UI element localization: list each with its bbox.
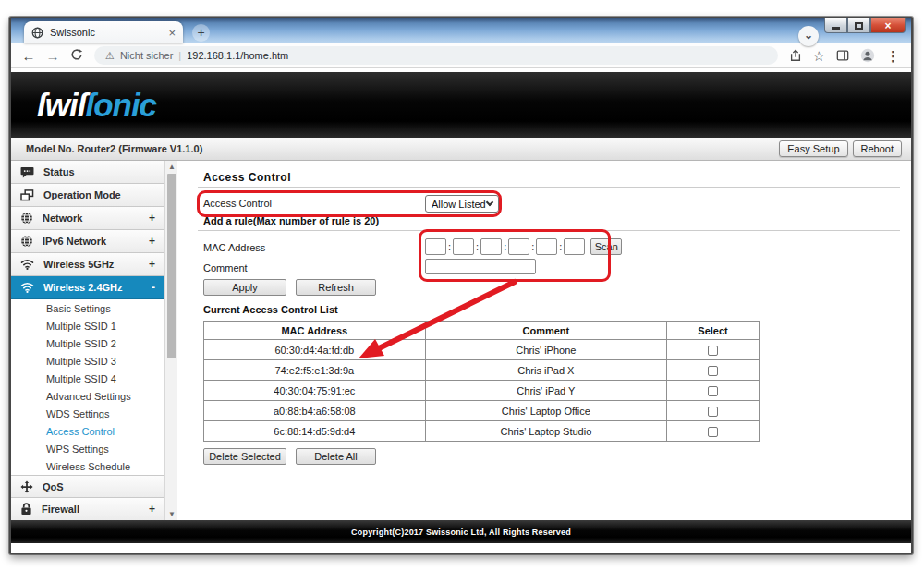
select-checkbox[interactable] [708, 407, 718, 417]
qos-icon [20, 480, 33, 493]
page-footer: Copyright(C)2017 Swissonic Ltd, All Righ… [11, 520, 911, 543]
sidebar-subitem-advanced-settings[interactable]: Advanced Settings [11, 387, 164, 405]
delete-selected-button[interactable]: Delete Selected [203, 448, 286, 465]
sidebar-subitem-wps-settings[interactable]: WPS Settings [11, 440, 164, 457]
list-heading: Current Access Control List [203, 304, 338, 315]
maximize-button[interactable] [847, 18, 870, 33]
mac-address-inputs: : : : : : Scan [425, 238, 622, 255]
select-checkbox[interactable] [708, 366, 718, 376]
favicon-globe-icon [31, 27, 43, 39]
tab-search-button[interactable]: ⌄ [798, 26, 819, 46]
access-control-select[interactable]: Allow Listed [425, 195, 499, 213]
sidebar-item-network[interactable]: Network + [11, 207, 164, 230]
reboot-button[interactable]: Reboot [853, 140, 902, 157]
sidebar-item-status[interactable]: Status [11, 161, 164, 184]
back-button[interactable]: ← [18, 49, 39, 63]
not-secure-warning-icon[interactable]: ⚠ [105, 51, 115, 61]
url-divider: | [178, 50, 181, 61]
sidebar-item-label: Firewall [42, 504, 140, 515]
swissonic-logo: ſwiſſonic [37, 87, 156, 124]
forward-button[interactable]: → [43, 49, 63, 63]
scan-button[interactable]: Scan [590, 238, 622, 255]
brand-banner: ſwiſſonic [11, 72, 911, 138]
sidebar-subitem-multiple-ssid-1[interactable]: Multiple SSID 1 [11, 317, 164, 334]
subitem-label: WDS Settings [46, 408, 109, 419]
sidebar-subitem-multiple-ssid-4[interactable]: Multiple SSID 4 [11, 370, 164, 387]
mac-cell: a0:88:b4:a6:58:08 [204, 401, 426, 421]
sidebar-item-qos[interactable]: QoS [11, 475, 164, 498]
expand-indicator: - [152, 281, 155, 294]
close-tab-icon[interactable]: × [168, 27, 176, 39]
mac-octet-input[interactable] [425, 238, 446, 255]
sidebar-item-firewall[interactable]: Firewall + [11, 498, 164, 521]
scroll-down-icon[interactable]: ▼ [165, 508, 178, 520]
reload-icon [70, 48, 83, 61]
access-control-label: Access Control [203, 198, 272, 209]
reload-button[interactable] [67, 48, 87, 63]
comment-cell: Chris' Laptop Studio [425, 421, 667, 442]
browser-window: Swissonic × + ⌄ × ← → ⚠ Nicht sicher | 1… [9, 17, 913, 554]
sidebar-scrollbar[interactable]: ▲ ▼ [164, 161, 177, 520]
side-panel-icon[interactable] [836, 49, 849, 62]
browser-titlebar: Swissonic × + ⌄ × [11, 18, 911, 43]
expand-indicator: + [149, 212, 155, 225]
status-icon [20, 166, 34, 178]
close-window-button[interactable]: × [870, 18, 906, 33]
sidebar-item-operation-mode[interactable]: Operation Mode [11, 184, 164, 207]
page-title: Access Control [203, 171, 291, 184]
new-tab-button[interactable]: + [192, 24, 210, 42]
browser-tab[interactable]: Swissonic × [24, 21, 183, 43]
sidebar-subitem-multiple-ssid-3[interactable]: Multiple SSID 3 [11, 352, 164, 370]
subitem-label: Access Control [46, 426, 115, 437]
select-checkbox[interactable] [708, 427, 718, 437]
scrollbar-thumb[interactable] [167, 174, 176, 358]
sidebar-item-label: IPv6 Network [43, 236, 140, 247]
comment-label: Comment [203, 262, 248, 273]
profile-avatar-icon[interactable] [860, 48, 875, 63]
select-checkbox[interactable] [708, 346, 718, 356]
mac-octet-input[interactable] [564, 238, 585, 255]
select-value: Allow Listed [432, 199, 486, 210]
minimize-icon [832, 27, 840, 30]
mac-colon: : [448, 241, 451, 252]
apply-button[interactable]: Apply [203, 279, 286, 296]
sidebar-item-wireless-24ghz[interactable]: Wireless 2.4GHz - [11, 276, 164, 299]
bookmark-star-icon[interactable]: ☆ [813, 49, 825, 63]
mac-octet-input[interactable] [480, 238, 502, 255]
mac-octet-input[interactable] [536, 238, 557, 255]
url-text[interactable]: 192.168.1.1/home.htm [187, 50, 288, 61]
sidebar-subitem-wireless-schedule[interactable]: Wireless Schedule [11, 457, 164, 475]
sidebar-item-label: Operation Mode [43, 189, 146, 200]
sidebar-item-wireless-5ghz[interactable]: Wireless 5GHz + [11, 253, 164, 276]
mac-octet-input[interactable] [508, 238, 529, 255]
mac-cell: 6c:88:14:d5:9d:d4 [204, 421, 426, 442]
sidebar-subitem-basic-settings[interactable]: Basic Settings [11, 299, 164, 317]
share-icon[interactable] [789, 49, 802, 62]
sidebar-item-label: QoS [43, 481, 146, 492]
url-bar[interactable]: ⚠ Nicht sicher | 192.168.1.1/home.htm [94, 46, 778, 65]
mac-colon: : [504, 241, 506, 252]
globe-icon [20, 235, 33, 248]
scroll-up-icon[interactable]: ▲ [165, 161, 178, 173]
subitem-label: Wireless Schedule [46, 461, 130, 472]
sidebar-nav: Status Operation Mode Network + IPv6 Net… [11, 161, 164, 520]
minimize-button[interactable] [824, 18, 847, 33]
table-row: 40:30:04:75:91:ec Chris' iPad Y [204, 381, 760, 401]
comment-cell: Chris' iPad Y [425, 381, 667, 401]
divider [198, 230, 900, 231]
table-row: 6c:88:14:d5:9d:d4 Chris' Laptop Studio [204, 421, 760, 442]
mac-octet-input[interactable] [453, 238, 474, 255]
easy-setup-button[interactable]: Easy Setup [779, 140, 847, 157]
subitem-label: Multiple SSID 1 [46, 321, 116, 332]
delete-all-button[interactable]: Delete All [296, 448, 376, 465]
router-page: ſwiſſonic Model No. Router2 (Firmware V1… [11, 69, 911, 553]
select-checkbox[interactable] [708, 386, 718, 396]
divider [198, 187, 900, 188]
menu-dots-icon[interactable]: ⋮ [886, 49, 900, 63]
wifi-icon [20, 259, 34, 270]
sidebar-subitem-multiple-ssid-2[interactable]: Multiple SSID 2 [11, 334, 164, 352]
sidebar-subitem-wds-settings[interactable]: WDS Settings [11, 405, 164, 422]
sidebar-item-ipv6-network[interactable]: IPv6 Network + [11, 230, 164, 253]
sidebar-subitem-access-control[interactable]: Access Control [11, 422, 164, 440]
sidebar-item-label: Network [43, 213, 140, 224]
